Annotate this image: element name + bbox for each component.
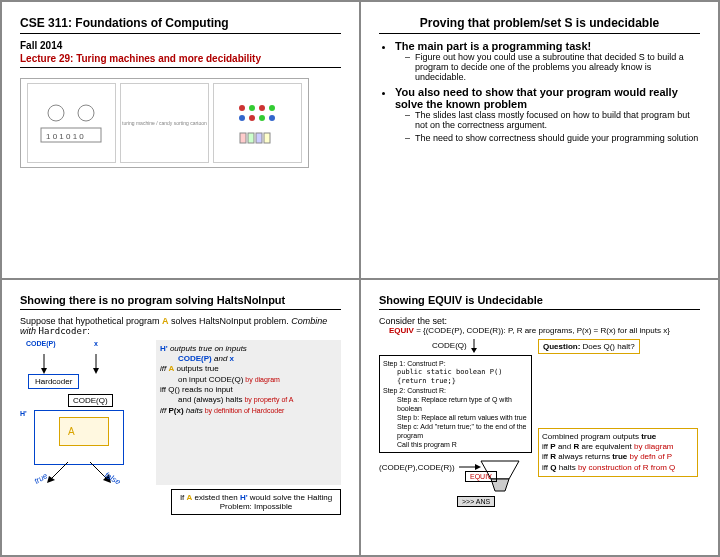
- p-iff3c: halts: [184, 406, 203, 415]
- slide-3: Showing there is no program solving Halt…: [1, 279, 360, 557]
- lecture-title: Lecture 29: Turing machines and more dec…: [20, 53, 341, 68]
- step2b: Step b: Replace all return values with t…: [397, 413, 528, 422]
- svg-point-6: [259, 105, 265, 111]
- a-box-label: A: [68, 426, 75, 437]
- halting-conclusion-box: If A existed then H' would solve the Hal…: [171, 489, 341, 515]
- p-hdr-hp: H': [160, 344, 168, 353]
- dots-icon: [232, 98, 282, 148]
- bullet-2-text: You also need to show that your program …: [395, 86, 678, 110]
- question-label: Question:: [543, 342, 580, 351]
- turing-tape-drawing: 1 0 1 0 1 0: [27, 83, 116, 163]
- p-iff3b: P(x): [168, 406, 183, 415]
- c3c: halts: [557, 463, 576, 472]
- c2c: always returns: [556, 452, 612, 461]
- equiv-box: EQUIV: [465, 471, 497, 482]
- p-hdr-text: outputs true on inputs: [168, 344, 247, 353]
- slide-3-title: Showing there is no program solving Halt…: [20, 294, 341, 310]
- svg-point-4: [239, 105, 245, 111]
- p-iff2r: by property of A: [242, 396, 293, 403]
- intro-part1: Suppose that hypothetical program: [20, 316, 162, 326]
- hardcoder-diagram: CODE(P) x Hardcoder CODE(Q) H' A: [20, 340, 150, 485]
- halt2: existed then: [192, 493, 240, 502]
- p-l2-codep: CODE(P): [178, 354, 212, 363]
- construction-steps-box: Step 1: Construct P: public static boole…: [379, 355, 532, 454]
- c2d: true: [612, 452, 627, 461]
- c-true: true: [641, 432, 656, 441]
- combined-output-box: Combined program outputs true iff P and …: [538, 428, 698, 478]
- label-x: x: [94, 340, 98, 347]
- p-l2-and: and: [212, 354, 230, 363]
- svg-marker-19: [93, 368, 99, 374]
- step2c: Step c: Add "return true;" to the end of…: [397, 422, 528, 440]
- svg-line-20: [50, 462, 68, 480]
- svg-point-3: [78, 105, 94, 121]
- consider-label: Consider the set:: [379, 316, 700, 326]
- halt-hp: H': [240, 493, 248, 502]
- a-box: A: [59, 417, 109, 446]
- svg-rect-13: [248, 133, 254, 143]
- cartoon-image: 1 0 1 0 1 0 turing machine / candy sorti…: [20, 78, 309, 168]
- svg-text:1 0 1 0 1 0: 1 0 1 0 1 0: [46, 132, 84, 141]
- c1r: by diagram: [632, 442, 674, 451]
- step1: Step 1: Construct P:: [383, 359, 528, 368]
- step1-code: public static boolean P() {return true;}: [397, 368, 528, 386]
- halt1: If: [180, 493, 187, 502]
- svg-point-11: [269, 115, 275, 121]
- bullet-1a: Figure out how you could use a subroutin…: [405, 52, 700, 82]
- bullet-2: You also need to show that your program …: [395, 86, 700, 143]
- svg-rect-12: [240, 133, 246, 143]
- p-iff1b: on input CODE(Q): [178, 375, 243, 384]
- slide-4-title: Showing EQUIV is Undecidable: [379, 294, 700, 310]
- c1e: are equivalent: [579, 442, 631, 451]
- p-iff1-text: outputs true: [174, 364, 218, 373]
- svg-point-5: [249, 105, 255, 111]
- svg-marker-27: [475, 464, 481, 470]
- tape-icon: 1 0 1 0 1 0: [36, 98, 106, 148]
- bullet-2b: The need to show correctness should guid…: [405, 133, 700, 143]
- hprime-container: A: [34, 410, 124, 465]
- ans-box: >>> ANS: [457, 496, 495, 507]
- svg-rect-15: [264, 133, 270, 143]
- step2d: Call this program R: [397, 440, 528, 449]
- svg-point-2: [48, 105, 64, 121]
- slide-2-title: Proving that problem/set S is undecidabl…: [379, 16, 700, 34]
- slide-3-intro: Suppose that hypothetical program A solv…: [20, 316, 341, 336]
- p-l2-x: x: [230, 354, 234, 363]
- equiv-def: EQUIV = {(CODE(P), CODE(R)): P, R are pr…: [389, 326, 700, 335]
- slide-1: CSE 311: Foundations of Computing Fall 2…: [1, 1, 360, 279]
- slide-2: Proving that problem/set S is undecidabl…: [360, 1, 719, 279]
- p-iff2b: and (always) halts: [178, 395, 242, 404]
- label-hprime: H': [20, 410, 27, 417]
- slide-4: Showing EQUIV is Undecidable Consider th…: [360, 279, 719, 557]
- question-text: Does Q() halt?: [580, 342, 634, 351]
- step2: Step 2: Construct R:: [383, 386, 528, 395]
- term: Fall 2014: [20, 40, 341, 51]
- course-title: CSE 311: Foundations of Computing: [20, 16, 341, 34]
- arrow-down-icon: [469, 339, 479, 353]
- svg-point-7: [269, 105, 275, 111]
- intro-part2: solves HaltsNoInput problem.: [169, 316, 292, 326]
- svg-marker-25: [471, 348, 477, 353]
- bullet-1: The main part is a programming task! Fig…: [395, 40, 700, 82]
- step2a: Step a: Replace return type of Q with bo…: [397, 395, 528, 413]
- p-iff2: iff Q() reads no input: [160, 385, 337, 395]
- svg-rect-14: [256, 133, 262, 143]
- comic-text-panel: turing machine / candy sorting cartoon: [120, 83, 209, 163]
- bullet-2a: The slides last class mostly focused on …: [405, 110, 700, 130]
- svg-point-9: [249, 115, 255, 121]
- label-code-p: CODE(P): [26, 340, 56, 347]
- c-hdr: Combined program outputs: [542, 432, 641, 441]
- c1c: and: [556, 442, 574, 451]
- svg-point-10: [259, 115, 265, 121]
- hardcoder-box: Hardcoder: [28, 374, 79, 389]
- question-box: Question: Does Q() halt?: [538, 339, 640, 354]
- p-iff3r: by definition of Hardcoder: [203, 407, 285, 414]
- intro-hardcoder: Hardcoder: [39, 326, 88, 336]
- c2r: by defn of P: [627, 452, 672, 461]
- code-q-label: CODE(Q): [432, 341, 467, 350]
- bullet-list: The main part is a programming task! Fig…: [395, 40, 700, 143]
- pair-label: (CODE(P),CODE(R)): [379, 457, 455, 472]
- candy-grid-drawing: [213, 83, 302, 163]
- code-q-box: CODE(Q): [68, 394, 113, 407]
- properties-box: H' outputs true on inputs CODE(P) and x …: [156, 340, 341, 485]
